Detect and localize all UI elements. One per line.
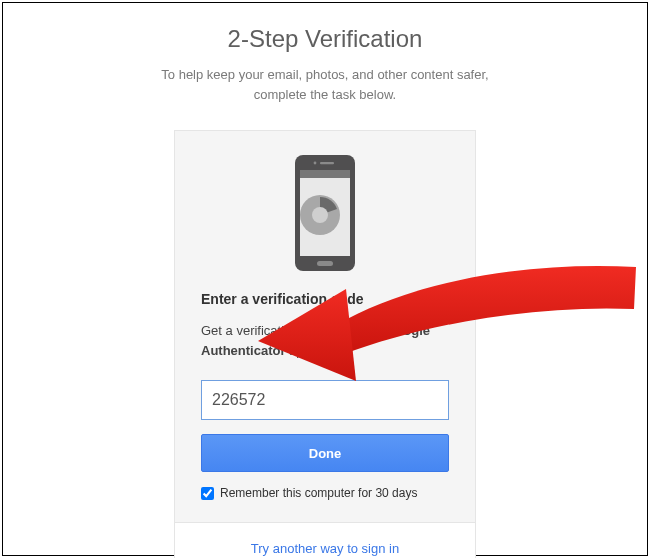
svg-rect-2 [320,162,334,164]
verification-card-container: Enter a verification code Get a verifica… [174,130,476,558]
desc-prefix: Get a verification code from the [201,323,385,338]
svg-point-1 [314,162,317,165]
svg-point-6 [312,207,328,223]
verification-card: Enter a verification code Get a verifica… [175,131,475,522]
card-description: Get a verification code from the Google … [201,321,449,360]
subtitle-line-1: To help keep your email, photos, and oth… [161,67,488,82]
alt-signin-row: Try another way to sign in [175,522,475,558]
viewport-frame: 2-Step Verification To help keep your em… [2,2,648,556]
svg-rect-4 [300,170,350,178]
done-button[interactable]: Done [201,434,449,472]
desc-suffix: app [286,343,311,358]
verification-code-input[interactable] [201,380,449,420]
card-heading: Enter a verification code [201,291,449,307]
page-title: 2-Step Verification [3,25,647,53]
svg-rect-7 [317,261,333,266]
try-another-way-link[interactable]: Try another way to sign in [251,541,399,556]
remember-row[interactable]: Remember this computer for 30 days [201,486,449,500]
subtitle-line-2: complete the task below. [254,87,396,102]
page-subtitle: To help keep your email, photos, and oth… [3,65,647,104]
phone-authenticator-icon [289,153,361,273]
remember-checkbox[interactable] [201,487,214,500]
remember-label: Remember this computer for 30 days [220,486,417,500]
